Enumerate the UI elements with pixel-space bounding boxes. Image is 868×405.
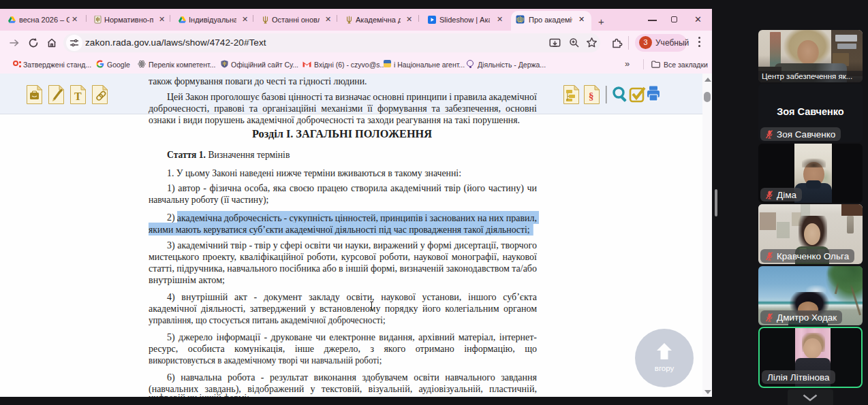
svg-text:T: T xyxy=(74,91,82,102)
svg-text:§: § xyxy=(589,91,594,101)
